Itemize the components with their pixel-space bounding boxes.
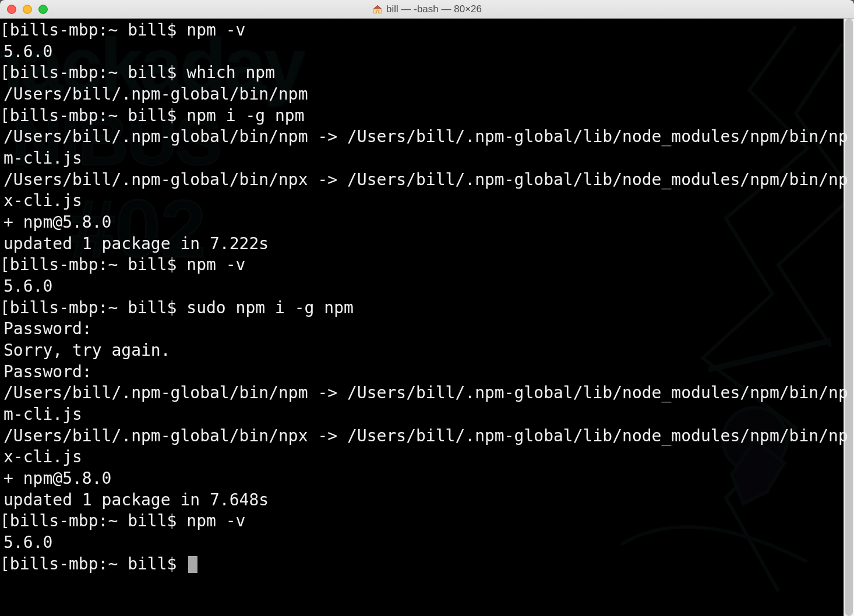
zoom-button[interactable] xyxy=(38,5,48,14)
cursor xyxy=(188,556,197,573)
prompt-text: bills-mbp:~ bill$ npm -v xyxy=(10,255,246,274)
prompt-line: bills-mbp:~ bill$ npm -v xyxy=(3,254,854,276)
prompt-text: bills-mbp:~ bill$ npm i -g npm xyxy=(10,106,305,125)
window-title-text: bill — -bash — 80×26 xyxy=(386,3,482,15)
output-line: + npm@5.8.0 xyxy=(3,468,854,490)
output-line: /Users/bill/.npm-global/bin/npm xyxy=(3,84,854,105)
prompt-text: bills-mbp:~ bill$ npm -v xyxy=(10,511,246,530)
terminal-window: bill — -bash — 80×26 hackaday NIBUS #02 … xyxy=(0,0,854,616)
window-title: bill — -bash — 80×26 xyxy=(372,3,482,15)
prompt-line: bills-mbp:~ bill$ npm i -g npm xyxy=(3,105,854,127)
prompt-text: bills-mbp:~ bill$ which npm xyxy=(10,63,275,82)
output-line: 5.6.0 xyxy=(3,532,854,554)
output-line: /Users/bill/.npm-global/bin/npx -> /User… xyxy=(3,426,854,468)
titlebar[interactable]: bill — -bash — 80×26 xyxy=(0,0,854,19)
output-line: /Users/bill/.npm-global/bin/npx -> /User… xyxy=(3,169,854,212)
traffic-lights xyxy=(7,5,48,14)
prompt-line: bills-mbp:~ bill$ xyxy=(3,554,854,575)
terminal-body[interactable]: hackaday NIBUS #02 bills-mbp:~ bill$ npm… xyxy=(0,19,854,616)
close-button[interactable] xyxy=(7,5,16,14)
prompt-text: bills-mbp:~ bill$ sudo npm i -g npm xyxy=(10,298,354,317)
output-line: Sorry, try again. xyxy=(3,340,854,362)
prompt-text: bills-mbp:~ bill$ npm -v xyxy=(10,20,246,40)
output-line: updated 1 package in 7.222s xyxy=(3,233,854,255)
minimize-button[interactable] xyxy=(23,5,32,14)
home-icon xyxy=(372,4,383,15)
output-line: + npm@5.8.0 xyxy=(3,212,854,233)
prompt-line: bills-mbp:~ bill$ which npm xyxy=(3,62,854,84)
terminal-output[interactable]: bills-mbp:~ bill$ npm -v5.6.0bills-mbp:~… xyxy=(3,20,854,575)
prompt-line: bills-mbp:~ bill$ npm -v xyxy=(3,511,854,532)
output-line: /Users/bill/.npm-global/bin/npm -> /User… xyxy=(3,383,854,425)
prompt-line: bills-mbp:~ bill$ npm -v xyxy=(3,20,854,41)
prompt-text: bills-mbp:~ bill$ xyxy=(10,554,186,573)
output-line: Password: xyxy=(3,318,854,340)
prompt-line: bills-mbp:~ bill$ sudo npm i -g npm xyxy=(3,298,854,319)
output-line: Password: xyxy=(3,362,854,383)
output-line: /Users/bill/.npm-global/bin/npm -> /User… xyxy=(3,126,854,169)
output-line: 5.6.0 xyxy=(3,41,854,63)
output-line: 5.6.0 xyxy=(3,276,854,298)
output-line: updated 1 package in 7.648s xyxy=(3,490,854,511)
